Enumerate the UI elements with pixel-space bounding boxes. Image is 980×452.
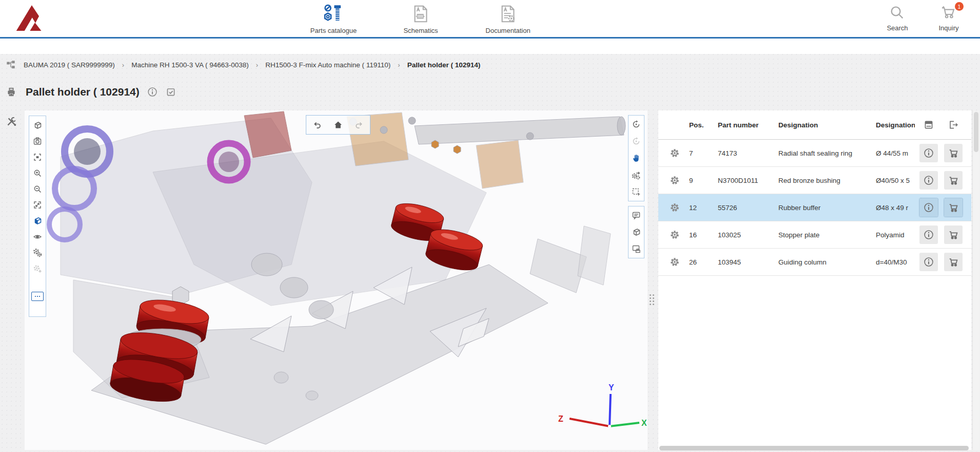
fullscreen-icon[interactable] [31, 199, 44, 211]
rotate-icon[interactable] [630, 118, 642, 130]
cell-pos: 7 [689, 149, 718, 157]
table-row[interactable]: 12 55726 Rubber buffer Ø48 x 49 r [658, 194, 971, 221]
cell-designation-2: Ø40/50 x 5 [876, 177, 915, 184]
inquiry-count-badge: 1 [955, 2, 964, 11]
row-gear-icon[interactable] [670, 257, 680, 267]
axis-x-label: X [641, 419, 647, 427]
documentation-icon [497, 3, 519, 25]
breadcrumb-item[interactable]: RH1500-3 F-mix Auto machine ( 119110) [265, 61, 390, 69]
undo-icon[interactable] [311, 119, 323, 131]
breadcrumb-separator [253, 61, 261, 69]
search-button[interactable]: Search [881, 4, 913, 32]
col-designation-2: Designation [876, 121, 915, 129]
transparency-mode-icon[interactable] [31, 215, 44, 227]
cube-view-icon[interactable] [630, 226, 642, 238]
nav-schematics[interactable]: Schematics [387, 3, 454, 34]
viewer-toolbar-left [29, 116, 46, 317]
col-part-number: Part number [718, 121, 778, 129]
cell-designation: Stopper plate [778, 231, 876, 239]
print-view-icon[interactable] [630, 243, 642, 255]
breadcrumb-item[interactable]: BAUMA 2019 ( SAR9999999) [24, 61, 115, 69]
header-gap [0, 39, 980, 54]
card-view-icon[interactable] [923, 119, 934, 130]
table-vertical-scrollbar[interactable] [972, 110, 979, 450]
app-header: Parts catalogue Schematics Documentation… [0, 0, 980, 39]
schematics-icon [410, 3, 432, 25]
cell-pos: 26 [689, 258, 718, 266]
collapse-panel-icon[interactable] [948, 119, 959, 130]
home-view-icon[interactable] [332, 119, 344, 131]
cell-designation: Guiding column [778, 258, 876, 266]
pan-hand-icon[interactable] [630, 152, 642, 164]
print-icon[interactable] [5, 86, 17, 98]
col-designation: Designation [778, 121, 876, 129]
page-title: Pallet holder ( 102914) [26, 86, 140, 98]
row-info-button[interactable] [919, 225, 938, 244]
row-gear-icon[interactable] [670, 230, 680, 240]
zoom-in-icon[interactable] [31, 167, 44, 179]
hierarchy-icon[interactable] [5, 59, 16, 70]
cell-pos: 12 [689, 204, 718, 212]
row-gear-icon[interactable] [670, 148, 680, 158]
axis-triad [570, 394, 639, 428]
cell-designation-2: d=40/M30 [876, 258, 915, 266]
row-info-button[interactable] [919, 198, 938, 217]
marquee-select-icon[interactable] [630, 186, 642, 198]
table-row[interactable]: 9 N3700D1011 Red bronze bushing Ø40/50 x… [658, 167, 971, 194]
cell-part-number: 103945 [718, 258, 778, 266]
row-add-to-cart-button[interactable] [944, 171, 963, 190]
rotate-alt-icon [630, 135, 642, 147]
search-icon [889, 4, 906, 22]
row-info-button[interactable] [919, 171, 938, 190]
annotation-icon[interactable] [630, 209, 642, 221]
nav-label: Documentation [485, 27, 530, 34]
nav-label: Schematics [403, 27, 438, 34]
parts-table-header: Pos. Part number Designation Designation [658, 110, 971, 140]
panel-resize-handle[interactable] [650, 294, 654, 305]
parts-panel: Pos. Part number Designation Designation… [658, 110, 971, 450]
row-add-to-cart-button[interactable] [944, 198, 963, 217]
fit-view-icon[interactable] [31, 151, 44, 163]
table-row[interactable]: 16 103025 Stopper plate Polyamid [658, 221, 971, 249]
cell-part-number: N3700D1011 [718, 177, 778, 184]
cell-designation-2: Polyamid [876, 231, 915, 239]
table-row[interactable]: 26 103945 Guiding column d=40/M30 [658, 249, 971, 276]
cell-designation: Radial shaft sealing ring [778, 149, 876, 157]
visibility-eye-icon[interactable] [31, 231, 44, 243]
row-add-to-cart-button[interactable] [944, 225, 963, 244]
table-row[interactable]: 7 74173 Radial shaft sealing ring Ø 44/5… [658, 140, 971, 167]
breadcrumb-separator [395, 61, 403, 69]
cell-designation: Rubber buffer [778, 204, 876, 212]
row-info-button[interactable] [919, 253, 938, 271]
nav-documentation[interactable]: Documentation [475, 3, 541, 34]
cell-designation-2: Ø 44/55 m [876, 149, 915, 157]
view-cube-icon[interactable] [31, 119, 44, 131]
company-logo[interactable] [15, 4, 47, 33]
info-icon[interactable] [147, 86, 158, 98]
scrollbar-thumb[interactable] [974, 112, 978, 152]
assembly-gears-icon[interactable] [31, 247, 44, 259]
table-horizontal-scrollbar[interactable] [659, 446, 969, 450]
col-pos: Pos. [689, 121, 718, 129]
more-tools-button[interactable] [31, 292, 44, 301]
viewer-toolbar-right-top [628, 115, 644, 201]
zoom-out-icon[interactable] [31, 183, 44, 195]
cell-part-number: 74173 [718, 149, 778, 157]
doc-check-icon[interactable] [165, 86, 177, 98]
row-gear-icon[interactable] [670, 202, 680, 213]
3d-viewer[interactable]: Y Z X [25, 110, 648, 450]
row-info-button[interactable] [919, 144, 938, 162]
3d-model[interactable]: Y Z X [25, 110, 648, 450]
tools-icon[interactable] [5, 116, 17, 128]
breadcrumb-item[interactable]: Machine RH 1500-3 VA ( 94663-0038) [131, 61, 249, 69]
row-gear-icon[interactable] [670, 175, 680, 185]
cell-part-number: 103025 [718, 231, 778, 239]
row-add-to-cart-button[interactable] [944, 144, 963, 162]
cell-designation-2: Ø48 x 49 r [876, 204, 915, 212]
inquiry-button[interactable]: 1 Inquiry [933, 4, 965, 32]
breadcrumb-item-current: Pallet holder ( 102914) [407, 61, 481, 69]
nav-parts-catalogue[interactable]: Parts catalogue [300, 3, 367, 34]
row-add-to-cart-button[interactable] [944, 253, 963, 271]
snapshot-icon[interactable] [31, 135, 44, 147]
explode-view-icon[interactable] [630, 169, 642, 181]
